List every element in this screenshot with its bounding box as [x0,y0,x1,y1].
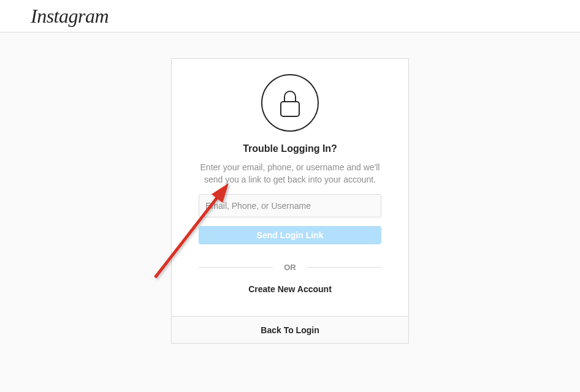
divider-line-left [199,267,273,268]
divider-line-right [307,267,381,268]
svg-point-0 [262,75,318,131]
card-body: Trouble Logging In? Enter your email, ph… [172,59,408,316]
identifier-input[interactable] [199,194,381,217]
page-description: Enter your email, phone, or username and… [199,162,381,186]
instagram-logo[interactable]: Instagram [31,5,109,28]
main-area: Trouble Logging In? Enter your email, ph… [0,32,580,344]
header-bar: Instagram [0,0,580,32]
lock-icon [261,74,319,135]
login-help-card: Trouble Logging In? Enter your email, ph… [171,58,409,344]
svg-rect-1 [281,102,299,116]
divider: OR [199,263,381,272]
create-account-link[interactable]: Create New Account [248,284,332,294]
back-to-login-link[interactable]: Back To Login [261,325,319,335]
page-title: Trouble Logging In? [243,143,337,154]
send-login-link-button[interactable]: Send Login Link [199,226,381,244]
card-footer: Back To Login [172,316,408,343]
divider-text: OR [273,263,307,272]
